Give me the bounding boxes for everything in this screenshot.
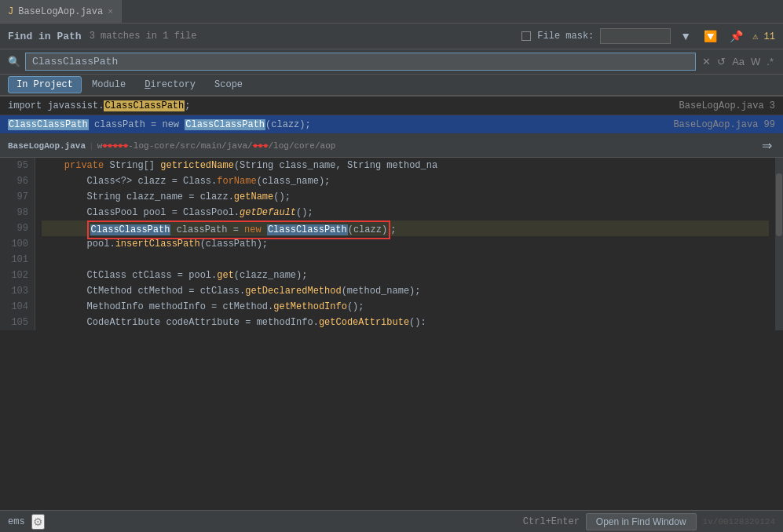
code-line-98: ClassPool pool = ClassPool.getDefault();	[42, 205, 769, 220]
editor-container: BaseLogAop.java | w●●●●●-log-core/src/ma…	[0, 134, 783, 330]
find-in-path-panel: Find in Path 3 matches in 1 file File ma…	[0, 24, 783, 97]
tab-close-button[interactable]: ×	[108, 7, 113, 16]
result-text-2: ClassClassPath classPath = new ClassClas…	[8, 119, 311, 130]
funnel-icon-button[interactable]: 🔽	[701, 28, 720, 44]
tab-label: BaseLogAop.java	[18, 6, 103, 17]
editor-tab[interactable]: J BaseLogAop.java ×	[0, 0, 122, 23]
warning-badge: ⚠ 11	[752, 31, 775, 42]
file-mask-input[interactable]	[600, 28, 671, 44]
editor-collapse-icon[interactable]: ⇒	[759, 137, 775, 155]
line-num-105: 105	[6, 315, 28, 330]
status-bar: ems ⚙ Ctrl+Enter Open in Find Window 1v/…	[0, 510, 783, 532]
line-num-104: 104	[6, 299, 28, 315]
timestamp-label: 1v/00128329124	[703, 517, 775, 527]
filter-icon-button[interactable]: ▼	[677, 28, 694, 44]
line-num-95: 95	[6, 158, 28, 173]
search-input[interactable]	[25, 53, 696, 71]
tab-in-project[interactable]: In Project	[8, 76, 82, 93]
find-panel-title: Find in Path	[8, 31, 82, 42]
results-area: import javassist.ClassClassPath; BaseLog…	[0, 97, 783, 134]
search-actions: ✕ ↺ Aa W .*	[701, 54, 775, 69]
line-numbers: 95 96 97 98 99 100 101 102 103 104 105	[0, 158, 35, 330]
line-num-96: 96	[6, 173, 28, 189]
case-sensitive-button[interactable]: Aa	[730, 54, 746, 69]
result-row-2[interactable]: ClassClassPath classPath = new ClassClas…	[0, 115, 783, 134]
java-file-icon: J	[8, 6, 13, 17]
line-num-99: 99	[6, 220, 28, 236]
editor-filename: BaseLogAop.java	[8, 141, 86, 151]
code-line-95: private String[] getrictedName(String cl…	[42, 158, 769, 173]
find-header-right: File mask: ▼ 🔽 📌 ⚠ 11	[521, 28, 775, 44]
code-line-99: ClassClassPath classPath = new ClassClas…	[42, 220, 769, 236]
find-header: Find in Path 3 matches in 1 file File ma…	[0, 24, 783, 49]
scrollbar-thumb[interactable]	[776, 173, 782, 236]
code-line-97: String clazz_name = clazz.getName();	[42, 189, 769, 205]
line-num-97: 97	[6, 189, 28, 205]
code-line-101	[42, 252, 769, 268]
editor-path-bar: BaseLogAop.java | w●●●●●-log-core/src/ma…	[0, 134, 783, 158]
line-num-101: 101	[6, 252, 28, 268]
code-line-103: CtMethod ctMethod = ctClass.getDeclaredM…	[42, 283, 769, 299]
search-row: 🔍 ✕ ↺ Aa W .*	[0, 49, 783, 75]
regex-button[interactable]: .*	[765, 54, 775, 69]
reload-search-button[interactable]: ↺	[715, 54, 727, 69]
settings-gear-button[interactable]: ⚙	[31, 514, 45, 530]
result-ref-2: BaseLogAop.java 99	[673, 119, 775, 130]
code-line-100: pool.insertClassPath(classPath);	[42, 236, 769, 252]
search-icon: 🔍	[8, 56, 20, 68]
line-num-103: 103	[6, 283, 28, 299]
whole-word-button[interactable]: W	[749, 54, 762, 69]
line-num-98: 98	[6, 205, 28, 220]
pin-icon-button[interactable]: 📌	[726, 28, 746, 44]
editor-path: w●●●●●-log-core/src/main/java/●●●/log/co…	[97, 141, 336, 151]
tab-scope[interactable]: Scope	[206, 76, 251, 93]
code-content[interactable]: private String[] getrictedName(String cl…	[35, 158, 775, 330]
status-bar-right: Ctrl+Enter Open in Find Window 1v/001283…	[523, 513, 775, 530]
open-find-window-button[interactable]: Open in Find Window	[586, 513, 697, 530]
status-items-label: ems	[8, 516, 25, 527]
result-text-1: import javassist.ClassClassPath;	[8, 100, 190, 111]
result-row-1[interactable]: import javassist.ClassClassPath; BaseLog…	[0, 97, 783, 115]
find-count-label: 3 matches in 1 file	[90, 31, 197, 42]
ctrl-enter-hint: Ctrl+Enter	[523, 516, 580, 527]
editor-scrollbar[interactable]	[775, 158, 783, 330]
tab-directory[interactable]: Directory	[136, 76, 204, 93]
tab-bar: J BaseLogAop.java ×	[0, 0, 783, 24]
tab-module[interactable]: Module	[83, 76, 134, 93]
clear-search-button[interactable]: ✕	[701, 54, 712, 69]
file-mask-checkbox[interactable]	[521, 31, 531, 41]
scope-tabs-row: In Project Module Directory Scope	[0, 75, 783, 96]
code-line-105: CodeAttribute codeAttribute = methodInfo…	[42, 315, 769, 330]
code-line-96: Class<?> clazz = Class.forName(class_nam…	[42, 173, 769, 189]
result-ref-1: BaseLogAop.java 3	[679, 100, 775, 111]
file-mask-label: File mask:	[521, 31, 594, 42]
code-line-104: MethodInfo methodInfo = ctMethod.getMeth…	[42, 299, 769, 315]
line-num-102: 102	[6, 268, 28, 283]
editor-body: 95 96 97 98 99 100 101 102 103 104 105 p…	[0, 158, 783, 330]
code-line-102: CtClass ctClass = pool.get(clazz_name);	[42, 268, 769, 283]
line-num-100: 100	[6, 236, 28, 252]
